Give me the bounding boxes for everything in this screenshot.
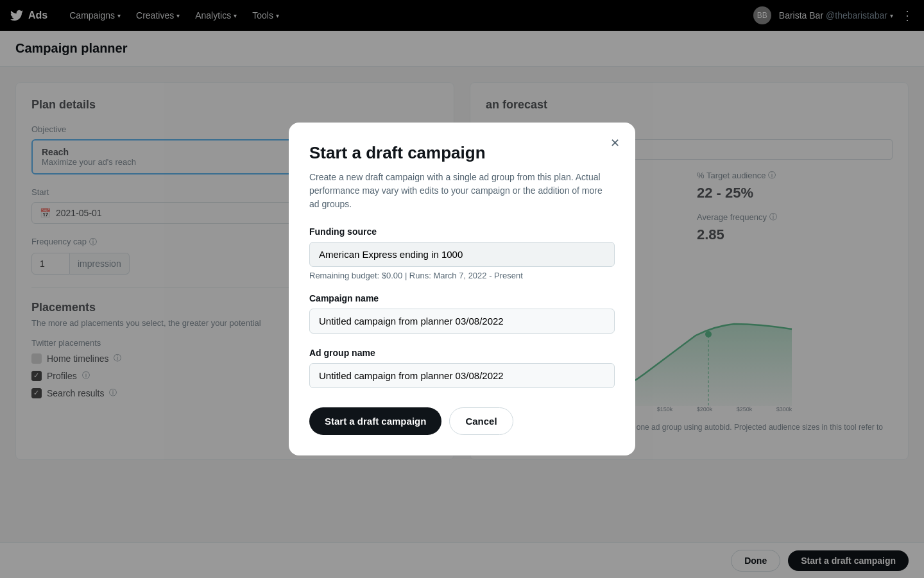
funding-source-input[interactable] [309, 242, 615, 267]
ad-group-name-label: Ad group name [309, 348, 615, 358]
modal-actions: Start a draft campaign Cancel [309, 407, 615, 435]
modal-desc: Create a new draft campaign with a singl… [309, 171, 615, 211]
cancel-button[interactable]: Cancel [449, 407, 513, 435]
modal: ✕ Start a draft campaign Create a new dr… [289, 123, 635, 455]
ad-group-name-input[interactable] [309, 363, 615, 388]
start-draft-button[interactable]: Start a draft campaign [309, 407, 441, 435]
modal-title: Start a draft campaign [309, 143, 615, 163]
modal-close-button[interactable]: ✕ [604, 133, 625, 153]
modal-overlay: ✕ Start a draft campaign Create a new dr… [0, 0, 924, 475]
campaign-name-label: Campaign name [309, 293, 615, 303]
funding-source-label: Funding source [309, 226, 615, 237]
campaign-name-input[interactable] [309, 309, 615, 334]
funding-hint: Remaining budget: $0.00 | Runs: March 7,… [309, 271, 615, 280]
